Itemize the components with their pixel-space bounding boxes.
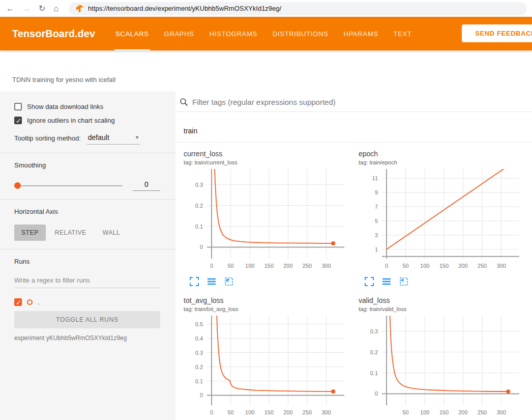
filter-tags-row <box>175 92 532 112</box>
smoothing-label: Smoothing <box>14 161 160 169</box>
fit-domain-icon[interactable] <box>399 277 408 286</box>
axis-relative-button[interactable]: RELATIVE <box>48 225 94 241</box>
charts-grid: current_loss tag: train/current_loss 00.… <box>175 143 532 420</box>
subheader: TDNN training for yesno with icefall <box>0 50 532 92</box>
expand-chart-icon[interactable] <box>190 277 199 286</box>
toggle-log-axis-icon[interactable] <box>382 277 391 286</box>
toggle-log-axis-icon[interactable] <box>207 277 216 286</box>
tab-scalars[interactable]: SCALARS <box>108 17 157 50</box>
tab-histograms[interactable]: HISTOGRAMS <box>202 17 265 50</box>
svg-text:0: 0 <box>200 392 203 398</box>
filter-tags-input[interactable] <box>192 98 528 106</box>
svg-text:0.2: 0.2 <box>370 349 378 355</box>
svg-text:7: 7 <box>375 204 378 210</box>
svg-text:9: 9 <box>375 189 378 195</box>
svg-text:0: 0 <box>375 390 378 397</box>
chart-toolbar <box>190 277 354 286</box>
run-checkbox-icon[interactable] <box>14 298 22 306</box>
line-chart[interactable]: 00.10.20.3050100150200250300 <box>184 169 347 272</box>
svg-text:100: 100 <box>420 409 429 415</box>
tab-graphs[interactable]: GRAPHS <box>157 17 202 50</box>
svg-text:0: 0 <box>210 263 213 269</box>
browser-chrome: ← → ↻ ⌂ https://tensorboard.dev/experime… <box>0 0 532 17</box>
svg-text:200: 200 <box>458 409 467 415</box>
svg-text:250: 250 <box>303 263 312 269</box>
run-row[interactable]: . <box>14 298 160 306</box>
chart-title: epoch <box>359 150 529 158</box>
svg-text:150: 150 <box>264 263 274 269</box>
ignore-outliers-row[interactable]: Ignore outliers in chart scaling <box>14 117 160 124</box>
train-section-header[interactable]: train <box>175 119 532 143</box>
url-text: https://tensorboard.dev/experiment/yKUbh… <box>88 5 281 12</box>
smoothing-slider[interactable] <box>14 185 123 186</box>
svg-text:200: 200 <box>283 409 292 415</box>
divider <box>0 249 175 249</box>
smoothing-slider-row: 0 <box>14 180 160 191</box>
divider <box>0 153 175 153</box>
chart-tag: tag: train/valid_loss <box>359 306 529 312</box>
slider-thumb[interactable] <box>14 182 21 189</box>
svg-text:50: 50 <box>403 409 409 415</box>
svg-text:5: 5 <box>375 218 378 224</box>
svg-text:0.3: 0.3 <box>195 182 203 188</box>
svg-text:1: 1 <box>375 246 378 253</box>
settings-sidebar: Show data download links Ignore outliers… <box>0 92 175 420</box>
run-color-swatch-icon <box>27 299 33 305</box>
send-feedback-button[interactable]: SEND FEEDBACK <box>462 24 532 42</box>
svg-text:0.5: 0.5 <box>195 321 203 327</box>
ignore-outliers-label: Ignore outliers in chart scaling <box>27 117 115 124</box>
tab-hparams[interactable]: HPARAMS <box>336 17 386 50</box>
svg-text:0.1: 0.1 <box>195 378 203 384</box>
checkbox-unchecked-icon[interactable] <box>14 103 22 110</box>
forward-icon[interactable]: → <box>22 5 31 13</box>
svg-text:300: 300 <box>496 263 506 269</box>
runs-filter-input[interactable] <box>14 274 160 288</box>
axis-step-button[interactable]: STEP <box>14 225 46 241</box>
chart-epoch: epoch tag: train/epoch 13579110501001502… <box>359 150 529 286</box>
svg-text:0.1: 0.1 <box>195 223 203 230</box>
tooltip-sorting-value: default <box>88 133 109 142</box>
train-section-card: train current_loss tag: train/current_lo… <box>175 119 532 420</box>
smoothing-value[interactable]: 0 <box>133 180 160 191</box>
tooltip-sorting-dropdown[interactable]: default ▼ <box>87 133 140 145</box>
tab-text[interactable]: TEXT <box>386 17 420 50</box>
svg-text:50: 50 <box>403 263 409 269</box>
address-bar[interactable]: https://tensorboard.dev/experiment/yKUbh… <box>69 2 527 15</box>
experiment-note: experiment yKUbhb5wRmOSXYkId1z9eg <box>14 334 160 342</box>
back-icon[interactable]: ← <box>6 5 14 13</box>
chart-tag: tag: train/tot_avg_loss <box>184 306 354 312</box>
svg-text:0: 0 <box>210 409 213 415</box>
runs-label: Runs <box>14 258 160 265</box>
svg-text:100: 100 <box>245 409 254 415</box>
chart-title: valid_loss <box>359 296 529 304</box>
tab-distributions[interactable]: DISTRIBUTIONS <box>265 17 336 50</box>
chart-tag: tag: train/epoch <box>359 159 529 165</box>
brand-title: TensorBoard.dev <box>12 28 108 40</box>
line-chart[interactable]: 00.10.20.350100150200250300 <box>359 316 522 418</box>
fit-domain-icon[interactable] <box>224 277 233 286</box>
show-download-links-row[interactable]: Show data download links <box>14 103 160 110</box>
svg-text:100: 100 <box>245 263 254 269</box>
svg-text:50: 50 <box>228 263 234 269</box>
line-chart[interactable]: 1357911050100150200250300 <box>359 169 522 272</box>
svg-text:0.2: 0.2 <box>195 364 203 370</box>
svg-text:11: 11 <box>372 175 378 181</box>
line-chart[interactable]: 00.10.20.30.40.5050100150200250300 <box>184 316 347 418</box>
checkbox-checked-icon[interactable] <box>14 117 22 124</box>
chevron-down-icon: ▼ <box>135 135 139 140</box>
home-icon[interactable]: ⌂ <box>53 5 58 13</box>
svg-text:0.3: 0.3 <box>370 328 378 334</box>
svg-text:0.2: 0.2 <box>195 203 203 209</box>
svg-text:150: 150 <box>439 409 449 415</box>
axis-wall-button[interactable]: WALL <box>96 225 128 241</box>
toggle-all-runs-button[interactable]: TOGGLE ALL RUNS <box>14 311 160 328</box>
nav-tabs: SCALARS GRAPHS HISTOGRAMS DISTRIBUTIONS … <box>108 17 420 50</box>
tooltip-sorting-row: Tooltip sorting method: default ▼ <box>14 133 160 145</box>
show-download-links-label: Show data download links <box>27 103 103 110</box>
expand-chart-icon[interactable] <box>365 277 374 286</box>
svg-text:0.3: 0.3 <box>195 350 203 356</box>
run-name: . <box>38 298 40 306</box>
svg-text:0.1: 0.1 <box>370 370 378 376</box>
refresh-icon[interactable]: ↻ <box>39 5 45 13</box>
search-icon <box>180 98 188 106</box>
